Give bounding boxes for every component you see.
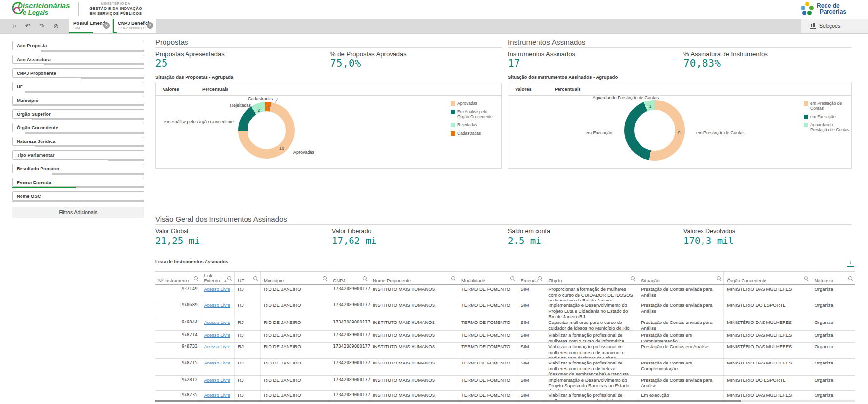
table-row[interactable]: 948715Acesso LivreRJRIO DE JANEIRO173420… [155,359,855,376]
table-cell: SIM [517,376,545,390]
filter-sidebar: Ano PropostaAno AssinaturaCNPJ Proponent… [12,41,144,205]
search-icon[interactable] [323,276,327,280]
horizontal-scrollbar-thumb[interactable] [155,400,741,402]
search-icon[interactable] [631,276,635,280]
table-cell: TERMO DE FOMENTO [458,343,517,358]
external-link[interactable]: Acesso Livre [201,343,235,358]
external-link[interactable]: Acesso Livre [201,301,235,318]
column-header-uf[interactable]: UF [235,272,261,284]
column-header-situa-o[interactable]: Situação [638,272,724,284]
instrumentos-donut-chart[interactable] [624,100,685,161]
search-icon[interactable] [538,276,542,280]
selection-state-bar [12,50,144,52]
table-row[interactable]: 940689Acesso LivreRJRIO DE JANEIRO173420… [155,301,855,318]
column-header-link-externo[interactable]: Link Externo▲ [201,272,235,284]
filter-resultado-prim-rio[interactable]: Resultado Primário [12,164,144,175]
filter-natureza-jur-dica[interactable]: Natureza Jurídica [12,137,144,147]
table-cell: SIM [517,343,545,358]
filter-uf[interactable]: UF [12,82,144,93]
filter-tipo-parlamentar[interactable]: Tipo Parlamentar [12,150,144,161]
visao-geral-title: Visão Geral dos Instrumentos Assinados [155,215,287,223]
legend-item-cadastradas[interactable]: Cadastradas [451,131,499,136]
legend-item-aguardando-presta-o-de-contas[interactable]: Aguardando Prestação de Contas [804,122,852,132]
selection-chip-cnpj[interactable]: CNPJ Benefici... 17342089000177 [113,19,156,33]
legend-item-aprovadas[interactable]: Aprovadas [451,101,499,106]
search-icon[interactable] [804,276,808,280]
table-row[interactable]: 948714Acesso LivreRJRIO DE JANEIRO173420… [155,331,855,343]
tab-valores[interactable]: Valores [515,86,532,92]
external-link[interactable]: Acesso Livre [201,359,235,375]
external-link[interactable]: Acesso Livre [201,318,235,330]
legend-item-em-execu-o[interactable]: em Execução [804,114,852,119]
table-cell: Viabilizar a formação profissional de mu… [545,331,638,342]
chart-toggle-header: Valores Percentuais [508,83,851,96]
table-row[interactable]: 937149Acesso LivreRJRIO DE JANEIRO173420… [155,285,855,301]
column-header-modalidade[interactable]: Modalidade [458,272,517,284]
slice-label: Em Análise pelo Órgão Concedente [164,120,234,124]
filter-munic-pio[interactable]: Município [12,96,144,106]
column-header-nome-proponente[interactable]: Nome Proponente [370,272,458,284]
smart-search-icon[interactable]: ⌕ [13,22,16,30]
table-cell: RJ [235,285,261,301]
filter-ano-proposta[interactable]: Ano Proposta [12,41,144,52]
column-header-objeto[interactable]: Objeto [545,272,638,284]
download-icon[interactable] [847,259,854,267]
instrumentos-section-title: Instrumentos Assinados [508,38,585,46]
selections-button[interactable]: Seleções [810,19,840,33]
filter-cnpj-proponente[interactable]: CNPJ Proponente [12,68,144,79]
selection-chip-possui-emenda[interactable]: Possui Emenda SIM [69,19,112,33]
filter-nome-osc[interactable]: Nome OSC [12,191,144,202]
column-header-rg-o-concedente[interactable]: Órgão Concedente [724,272,811,284]
external-link[interactable]: Acesso Livre [201,285,235,301]
table-title: Lista de Instrumentos Assinados [155,259,228,264]
app-header: Discricionárias e Legais MINISTÉRIO DA G… [0,0,868,19]
filter-rg-o-superior[interactable]: Órgão Superior [12,109,144,120]
propostas-donut-chart[interactable] [238,102,295,159]
rede-parcerias-logo: Rede de Parcerias [817,3,846,15]
column-header-emenda[interactable]: Emenda [517,272,545,284]
search-icon[interactable] [363,276,367,280]
table-cell: Implementação e Desenvolvimento do Proje… [545,376,638,390]
close-icon[interactable] [147,22,153,29]
filter-rg-o-concedente[interactable]: Órgão Concedente [12,123,144,134]
tab-valores[interactable]: Valores [163,86,179,92]
filter-ano-assinatura[interactable]: Ano Assinatura [12,55,144,65]
table-cell: 949044 [155,318,201,330]
column-header-n-instrumento[interactable]: Nº Instrumento [155,272,201,284]
search-icon[interactable] [227,276,231,280]
tab-percentuais[interactable]: Percentuais [555,86,581,92]
legend-item-rejeitadas[interactable]: Rejeitadas [451,122,499,127]
tab-percentuais[interactable]: Percentuais [202,86,228,92]
search-icon[interactable] [253,276,257,280]
close-icon[interactable] [103,22,110,29]
column-header-munic-pio[interactable]: Município [261,272,330,284]
legend-item-em-an-lise-pelo-rg-o-concedente[interactable]: Em Análise pelo Órgão Concedente [451,109,499,119]
table-row[interactable]: 948733Acesso LivreRJRIO DE JANEIRO173420… [155,343,855,359]
clear-selections-icon[interactable]: ⊘ [53,22,59,30]
column-header-natureza[interactable]: Natureza [811,272,855,284]
instrumentos-chart-panel: Valores Percentuais 9 7 1 em Prestação d… [508,83,852,169]
additional-filters-button[interactable]: Filtros Adicionais [12,207,144,218]
search-icon[interactable] [717,276,721,280]
legend-item-em-presta-o-de-contas[interactable]: em Prestação de Contas [804,101,852,111]
table-cell: Prestação de Contas enviada para Análise [638,301,724,318]
selections-back-icon[interactable]: ↶ [25,22,30,30]
search-icon[interactable] [451,276,455,280]
column-header-cnpj[interactable]: CNPJ [330,272,370,284]
table-cell: SIM [517,359,545,375]
filter-possui-emenda[interactable]: Possui Emenda [12,178,144,188]
external-link[interactable]: Acesso Livre [201,376,235,390]
table-cell: RIO DE JANEIRO [261,376,330,390]
search-icon[interactable] [848,276,852,280]
selections-forward-icon[interactable]: ↷ [39,22,44,30]
search-icon[interactable] [510,276,514,280]
search-icon[interactable] [194,276,198,280]
table-row[interactable]: 942812Acesso LivreRJRIO DE JANEIRO173420… [155,376,855,391]
slice-label: Aprovadas [293,150,314,155]
table-cell: RJ [235,376,261,390]
table-row[interactable]: 949044Acesso LivreRJRIO DE JANEIRO173420… [155,318,855,331]
table-cell: SIM [517,285,545,301]
external-link[interactable]: Acesso Livre [201,331,235,342]
table-cell: Organiza [811,359,855,375]
table-cell: RJ [235,301,261,318]
